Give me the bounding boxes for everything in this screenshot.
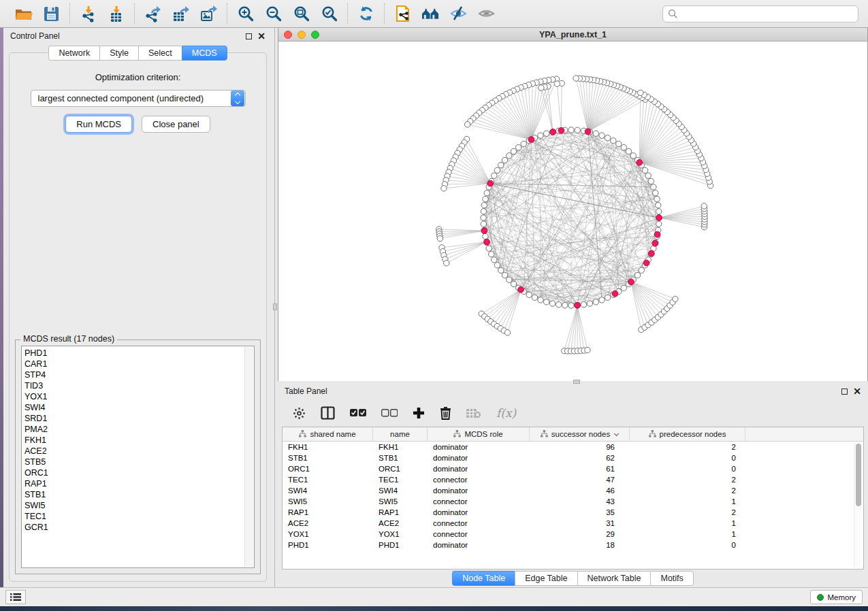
cell-pred: 2 bbox=[630, 442, 745, 452]
close-table-panel-icon[interactable]: ✕ bbox=[853, 388, 861, 395]
cell-pred: 1 bbox=[630, 529, 745, 540]
mcds-result-item[interactable]: SWI5 bbox=[25, 500, 244, 511]
mcds-result-item[interactable]: FKH1 bbox=[25, 435, 244, 446]
cell-role: connector bbox=[428, 496, 530, 507]
tab-select[interactable]: Select bbox=[138, 46, 182, 61]
import-network-icon[interactable] bbox=[79, 5, 97, 23]
cell-shared: RAP1 bbox=[283, 507, 373, 518]
mcds-result-item[interactable]: STB1 bbox=[25, 489, 244, 500]
mcds-result-item[interactable]: RAP1 bbox=[25, 478, 244, 489]
table-scrollbar-thumb[interactable] bbox=[856, 444, 861, 506]
column-header-MCDS-role[interactable]: MCDS role bbox=[428, 427, 530, 441]
table-settings-icon[interactable] bbox=[293, 407, 306, 420]
table-scrollbar[interactable] bbox=[854, 442, 862, 567]
mcds-result-item[interactable]: CAR1 bbox=[25, 359, 244, 369]
network-graph[interactable] bbox=[278, 42, 868, 380]
cell-pred: 1 bbox=[630, 496, 745, 507]
table-row[interactable]: ORC1ORC1dominator610 bbox=[283, 463, 863, 474]
zoom-out-icon[interactable] bbox=[264, 5, 283, 23]
mcds-result-item[interactable]: TEC1 bbox=[25, 511, 244, 522]
table-row[interactable]: FKH1FKH1dominator962 bbox=[283, 442, 863, 452]
hide-selected-icon[interactable] bbox=[449, 5, 468, 23]
column-header-predecessor-nodes[interactable]: predecessor nodes bbox=[630, 427, 745, 441]
export-image-icon[interactable] bbox=[199, 5, 218, 23]
memory-button[interactable]: Memory bbox=[810, 590, 863, 604]
mcds-result-list[interactable]: PHD1CAR1STP4TID3YOX1SWI4SRD1PMA2FKH1ACE2… bbox=[21, 346, 255, 568]
show-all-icon[interactable] bbox=[477, 5, 496, 23]
export-network-icon[interactable] bbox=[144, 5, 162, 23]
network-canvas[interactable] bbox=[278, 42, 867, 382]
zoom-fit-icon[interactable] bbox=[292, 5, 310, 23]
mcds-result-item[interactable]: PHD1 bbox=[25, 348, 244, 359]
float-table-panel-icon[interactable] bbox=[841, 389, 848, 395]
column-header-name[interactable]: name bbox=[373, 427, 428, 441]
show-column-icon[interactable] bbox=[321, 406, 335, 420]
optimization-criterion-select[interactable]: largest connected component (undirected) bbox=[31, 90, 246, 107]
cell-succ: 96 bbox=[530, 442, 630, 452]
close-panel-button[interactable]: Close panel bbox=[142, 116, 210, 133]
mcds-result-item[interactable]: SWI4 bbox=[25, 402, 244, 413]
dropdown-stepper-icon bbox=[231, 90, 244, 106]
select-all-icon[interactable] bbox=[350, 408, 366, 418]
mcds-result-item[interactable]: ACE2 bbox=[25, 446, 244, 457]
table-row[interactable]: ACE2ACE2connector311 bbox=[283, 518, 863, 529]
mcds-result-item[interactable]: STB5 bbox=[25, 457, 244, 467]
tab-node-table[interactable]: Node Table bbox=[452, 571, 515, 586]
status-bar: Memory bbox=[0, 587, 868, 606]
table-row[interactable]: PHD1PHD1dominator180 bbox=[283, 540, 863, 550]
mcds-result-item[interactable]: ORC1 bbox=[25, 467, 244, 478]
column-header-successor-nodes[interactable]: successor nodes bbox=[530, 427, 630, 441]
export-table-icon[interactable] bbox=[172, 5, 190, 23]
table-row[interactable]: TEC1TEC1connector472 bbox=[283, 474, 863, 485]
open-file-icon[interactable] bbox=[14, 5, 33, 23]
table-row[interactable]: SWI5SWI5connector431 bbox=[283, 496, 863, 507]
cell-shared: ACE2 bbox=[283, 518, 373, 529]
horizontal-splitter-handle[interactable] bbox=[573, 380, 580, 384]
network-view-window: YPA_prune.txt_1 bbox=[278, 28, 868, 381]
mcds-result-item[interactable]: GCR1 bbox=[25, 522, 244, 533]
tab-network-table[interactable]: Network Table bbox=[577, 571, 651, 586]
tab-edge-table[interactable]: Edge Table bbox=[515, 571, 577, 586]
cell-role: dominator bbox=[428, 540, 530, 550]
first-neighbors-icon[interactable] bbox=[421, 5, 440, 23]
table-row[interactable]: RAP1RAP1dominator352 bbox=[283, 507, 863, 518]
import-table-icon[interactable] bbox=[107, 5, 125, 23]
cell-name: TEC1 bbox=[373, 474, 428, 485]
run-mcds-button[interactable]: Run MCDS bbox=[65, 116, 132, 133]
mcds-result-item[interactable]: YOX1 bbox=[25, 391, 244, 402]
column-label: successor nodes bbox=[551, 430, 610, 438]
task-history-button[interactable] bbox=[5, 590, 26, 604]
tab-mcds[interactable]: MCDS bbox=[182, 46, 227, 61]
save-session-icon[interactable] bbox=[42, 5, 61, 23]
cell-role: connector bbox=[428, 529, 530, 540]
mcds-result-item[interactable]: PMA2 bbox=[25, 424, 244, 435]
tab-style[interactable]: Style bbox=[99, 46, 138, 61]
zoom-in-icon[interactable] bbox=[236, 5, 255, 23]
mcds-list-scrollbar[interactable] bbox=[244, 347, 253, 567]
cell-pred: 0 bbox=[630, 540, 745, 550]
tab-network[interactable]: Network bbox=[48, 46, 99, 61]
table-row[interactable]: SWI4SWI4dominator462 bbox=[283, 485, 863, 496]
mcds-result-item[interactable]: SRD1 bbox=[25, 413, 244, 424]
table-row[interactable]: YOX1YOX1connector291 bbox=[283, 529, 863, 540]
splitter-handle[interactable] bbox=[273, 303, 277, 310]
tab-motifs[interactable]: Motifs bbox=[650, 571, 693, 586]
refresh-view-icon[interactable] bbox=[357, 5, 375, 23]
column-header-shared-name[interactable]: shared name bbox=[283, 427, 373, 441]
search-box[interactable] bbox=[662, 5, 858, 22]
table-row[interactable]: STB1STB1dominator620 bbox=[283, 452, 863, 463]
delete-row-icon[interactable] bbox=[440, 406, 451, 420]
main-toolbar bbox=[0, 0, 868, 28]
cell-shared: ORC1 bbox=[283, 463, 373, 474]
network-window-titlebar[interactable]: YPA_prune.txt_1 bbox=[278, 28, 867, 42]
deselect-all-icon[interactable] bbox=[381, 408, 398, 418]
search-input[interactable] bbox=[681, 9, 853, 18]
new-network-from-selection-icon[interactable] bbox=[393, 5, 412, 23]
zoom-selected-icon[interactable] bbox=[320, 5, 338, 23]
add-row-icon[interactable] bbox=[413, 407, 425, 419]
float-panel-icon[interactable] bbox=[246, 33, 252, 39]
close-panel-icon[interactable]: ✕ bbox=[257, 33, 266, 39]
panel-splitter[interactable] bbox=[272, 28, 278, 587]
mcds-result-item[interactable]: STP4 bbox=[25, 369, 244, 380]
mcds-result-item[interactable]: TID3 bbox=[25, 380, 244, 391]
